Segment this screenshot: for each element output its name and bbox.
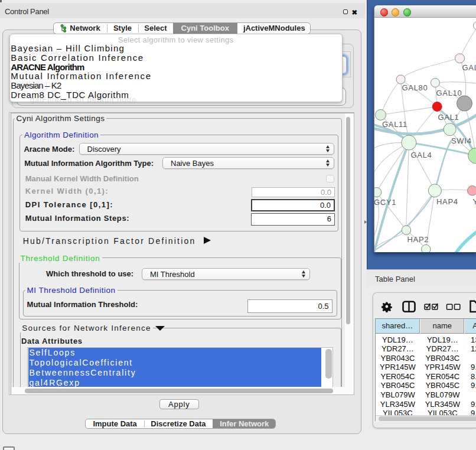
svg-text:GAL11: GAL11: [382, 120, 407, 129]
svg-text:HAP2: HAP2: [407, 235, 429, 244]
svg-text:GAL1: GAL1: [438, 113, 459, 122]
svg-text:Y: Y: [472, 197, 476, 206]
svg-text:GCY1: GCY1: [374, 198, 396, 207]
svg-text:GAL: GAL: [462, 63, 476, 72]
svg-text:GAL4: GAL4: [410, 151, 432, 159]
svg-text:GAL80: GAL80: [402, 83, 428, 92]
svg-text:SWI4: SWI4: [451, 136, 472, 145]
svg-text:HAP4: HAP4: [436, 197, 458, 206]
svg-text:GAL10: GAL10: [436, 89, 462, 97]
